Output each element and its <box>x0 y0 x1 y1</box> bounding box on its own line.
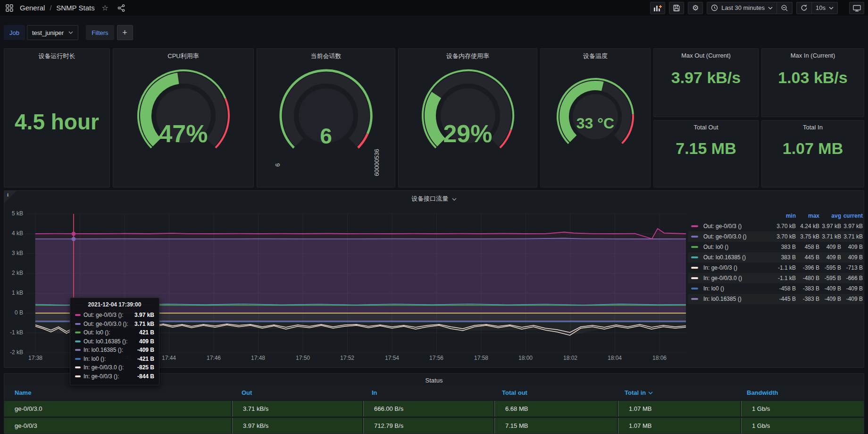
panel-title: 当前会话数 <box>257 49 395 60</box>
panel-title: CPU利用率 <box>113 49 253 60</box>
refresh-group: 10s <box>796 2 838 14</box>
hover-point-out-ge0030 <box>72 237 76 241</box>
series-label[interactable]: Out: lo0 () <box>701 244 772 250</box>
table-row[interactable]: ge-0/0/3 3.97 kB/s 712.79 B/s 7.15 MB 1.… <box>4 418 864 434</box>
apps-grid-icon[interactable] <box>4 2 15 14</box>
cell-out: 3.71 kB/s <box>232 401 362 417</box>
refresh-button[interactable] <box>797 2 811 14</box>
series-swatch <box>75 323 81 325</box>
top-navbar: General / SNMP Stats ☆ <box>0 0 868 16</box>
column-header-bandwidth[interactable]: Bandwidth <box>736 389 861 396</box>
y-tick: 1 kB <box>5 289 23 296</box>
legend-row: In: ge-0/0/3.0 () -1.1 kB -480 B -595 B … <box>688 273 863 283</box>
series-swatch <box>75 332 81 333</box>
panel-max-in: Max In (Current) 1.03 kB/s <box>761 48 864 117</box>
legend-header-avg[interactable]: avg <box>819 213 841 219</box>
breadcrumb-dashboard[interactable]: SNMP Stats <box>56 4 94 12</box>
zoom-out-icon <box>781 4 788 12</box>
series-label[interactable]: In: lo0.16385 () <box>701 296 772 302</box>
clock-icon <box>711 4 718 11</box>
gauge-max-label: 60000536 <box>373 149 380 176</box>
legend-header-max[interactable]: max <box>796 213 819 219</box>
x-tick: 17:44 <box>158 355 180 361</box>
series-label[interactable]: Out: lo0.16385 () <box>701 254 772 261</box>
column-header-name[interactable]: Name <box>4 389 231 396</box>
dashboard-settings-button[interactable]: ⚙ <box>688 2 703 14</box>
series-label[interactable]: In: ge-0/0/3.0 () <box>701 275 772 281</box>
series-swatch <box>75 314 81 316</box>
legend-row: Out: lo0.16385 () 383 B 445 B 409 B 409 … <box>688 252 863 263</box>
tooltip-row: Out: lo0.16385 (): 409 B <box>75 337 154 346</box>
legend-row: In: lo0.16385 () -445 B -383 B -409 B -4… <box>688 294 863 304</box>
cell-out: 3.97 kB/s <box>232 418 362 434</box>
add-filter-button[interactable]: + <box>117 25 133 40</box>
series-swatch <box>75 349 81 351</box>
x-tick: 18:06 <box>649 355 670 361</box>
share-icon[interactable] <box>116 2 127 14</box>
series-label[interactable]: Out: ge-0/0/3 () <box>701 223 772 230</box>
legend-row: Out: ge-0/0/3.0 () 3.70 kB 3.75 kB 3.71 … <box>688 231 863 242</box>
x-tick: 17:58 <box>470 355 492 361</box>
temperature-gauge-value: 33 °C <box>541 115 650 132</box>
legend-header-current[interactable]: current <box>841 213 863 219</box>
refresh-interval-label: 10s <box>816 4 826 11</box>
cpu-gauge-value: 47% <box>113 119 253 148</box>
panel-title: 设备运行时长 <box>4 49 109 60</box>
star-icon[interactable]: ☆ <box>100 2 111 14</box>
tooltip-row: In: lo0.16385 (): -409 B <box>75 346 154 355</box>
variable-label: Job <box>4 25 25 40</box>
series-swatch <box>691 246 698 248</box>
variable-value-dropdown[interactable]: test_juniper <box>27 25 78 40</box>
save-dashboard-button[interactable] <box>669 2 684 14</box>
tooltip-row: In: lo0 (): -421 B <box>75 355 154 364</box>
panel-cpu-gauge: CPU利用率 47% <box>113 48 254 187</box>
x-tick: 17:46 <box>203 355 225 361</box>
table-header-row: Name Out In Total out Total in Bandwidth <box>4 386 864 400</box>
series-swatch <box>691 256 698 258</box>
chart-panel-title[interactable]: 设备接口流量 <box>4 195 864 203</box>
plus-icon <box>659 5 662 8</box>
time-range-picker[interactable]: Last 30 minutes <box>707 2 776 14</box>
panel-title: 设备温度 <box>541 49 650 60</box>
hover-point-out-ge003 <box>72 232 76 236</box>
breadcrumb-folder[interactable]: General <box>20 4 45 12</box>
max-out-value: 3.97 kB/s <box>654 68 758 87</box>
legend-header-min[interactable]: min <box>772 213 796 219</box>
column-header-in[interactable]: In <box>361 389 492 396</box>
panel-temperature-gauge: 设备温度 33 °C <box>540 48 651 187</box>
total-out-value: 7.15 MB <box>654 139 758 158</box>
refresh-interval-picker[interactable]: 10s <box>811 2 837 14</box>
memory-gauge <box>397 68 539 168</box>
uptime-value: 4.5 hour <box>4 109 109 135</box>
column-header-total-out[interactable]: Total out <box>492 389 614 396</box>
chevron-down-icon <box>829 7 834 9</box>
refresh-icon <box>801 4 808 11</box>
column-header-out[interactable]: Out <box>231 389 361 396</box>
x-tick: 17:54 <box>381 355 403 361</box>
zoom-out-button[interactable] <box>776 2 792 14</box>
panel-title: Total In <box>762 120 864 131</box>
y-tick: -2 kB <box>5 349 23 356</box>
panel-total-in: Total In 1.07 MB <box>761 120 864 187</box>
memory-gauge-value: 29% <box>399 119 537 148</box>
filters-button[interactable]: Filters <box>86 25 114 40</box>
x-tick: 18:04 <box>604 355 626 361</box>
series-label[interactable]: Out: ge-0/0/3.0 () <box>701 233 772 240</box>
x-tick: 18:02 <box>559 355 581 361</box>
tooltip-row: Out: ge-0/0/3.0 (): 3.71 kB <box>75 320 154 329</box>
series-swatch <box>75 366 81 368</box>
x-tick: 17:50 <box>292 355 314 361</box>
table-row[interactable]: ge-0/0/3.0 3.71 kB/s 666.00 B/s 6.68 MB … <box>4 401 864 417</box>
navbar-actions: ⚙ Last 30 minutes <box>650 2 864 14</box>
series-label[interactable]: In: ge-0/0/3 () <box>701 264 772 271</box>
add-panel-button[interactable] <box>650 2 665 14</box>
y-tick: 0 B <box>5 309 23 316</box>
cell-name: ge-0/0/3 <box>4 418 231 434</box>
panel-memory-gauge: 设备内存使用率 29% <box>398 48 537 187</box>
series-swatch <box>691 277 698 279</box>
cycle-view-mode-button[interactable] <box>849 2 864 14</box>
series-label[interactable]: In: lo0 () <box>701 285 772 292</box>
dashboard-submenu: Job test_juniper Filters + <box>0 16 868 45</box>
column-header-total-in[interactable]: Total in <box>614 389 736 396</box>
sort-chevron-down-icon <box>648 391 653 394</box>
